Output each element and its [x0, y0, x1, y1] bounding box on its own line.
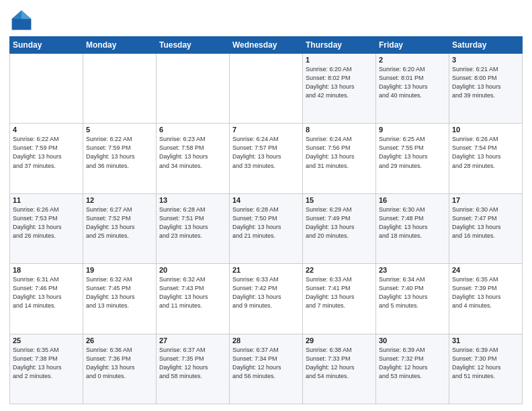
day-number: 27	[159, 336, 226, 345]
day-info: Sunrise: 6:22 AM Sunset: 7:59 PM Dayligh…	[86, 135, 153, 170]
day-number: 12	[86, 196, 153, 204]
day-info: Sunrise: 6:37 AM Sunset: 7:35 PM Dayligh…	[159, 346, 226, 381]
day-number: 23	[379, 266, 446, 274]
day-info: Sunrise: 6:27 AM Sunset: 7:52 PM Dayligh…	[86, 205, 153, 240]
day-info: Sunrise: 6:39 AM Sunset: 7:30 PM Dayligh…	[452, 346, 519, 381]
day-number: 18	[13, 266, 80, 274]
weekday-header: Saturday	[449, 37, 523, 54]
day-number: 20	[159, 266, 226, 274]
day-info: Sunrise: 6:33 AM Sunset: 7:41 PM Dayligh…	[306, 275, 373, 310]
day-number: 21	[232, 266, 300, 274]
calendar-week: 11Sunrise: 6:26 AM Sunset: 7:53 PM Dayli…	[10, 193, 523, 263]
calendar-cell: 3Sunrise: 6:21 AM Sunset: 8:00 PM Daylig…	[449, 54, 523, 124]
calendar-cell: 2Sunrise: 6:20 AM Sunset: 8:01 PM Daylig…	[376, 54, 449, 124]
svg-marker-2	[12, 11, 21, 19]
day-info: Sunrise: 6:32 AM Sunset: 7:43 PM Dayligh…	[159, 275, 226, 310]
weekday-header: Tuesday	[157, 37, 230, 54]
svg-marker-1	[21, 11, 31, 19]
calendar-cell: 30Sunrise: 6:39 AM Sunset: 7:32 PM Dayli…	[376, 334, 449, 404]
day-number: 26	[86, 336, 153, 345]
logo-icon	[9, 8, 34, 32]
day-info: Sunrise: 6:36 AM Sunset: 7:36 PM Dayligh…	[86, 346, 153, 381]
day-number: 5	[86, 126, 153, 134]
calendar-cell: 17Sunrise: 6:30 AM Sunset: 7:47 PM Dayli…	[449, 193, 523, 263]
calendar-cell: 26Sunrise: 6:36 AM Sunset: 7:36 PM Dayli…	[83, 334, 157, 404]
calendar-cell: 12Sunrise: 6:27 AM Sunset: 7:52 PM Dayli…	[83, 193, 157, 263]
day-number: 25	[13, 336, 80, 345]
day-number: 4	[13, 126, 80, 134]
calendar-cell	[83, 54, 157, 124]
calendar-week: 18Sunrise: 6:31 AM Sunset: 7:46 PM Dayli…	[10, 264, 523, 334]
day-info: Sunrise: 6:28 AM Sunset: 7:50 PM Dayligh…	[232, 205, 300, 240]
day-number: 8	[306, 126, 373, 134]
day-number: 13	[159, 196, 226, 204]
weekday-header: Thursday	[303, 37, 376, 54]
weekday-row: SundayMondayTuesdayWednesdayThursdayFrid…	[10, 37, 523, 54]
day-info: Sunrise: 6:26 AM Sunset: 7:53 PM Dayligh…	[13, 205, 80, 240]
calendar: SundayMondayTuesdayWednesdayThursdayFrid…	[9, 36, 523, 404]
day-info: Sunrise: 6:38 AM Sunset: 7:33 PM Dayligh…	[306, 346, 373, 381]
day-number: 16	[379, 196, 446, 204]
day-info: Sunrise: 6:29 AM Sunset: 7:49 PM Dayligh…	[306, 205, 373, 240]
calendar-cell: 13Sunrise: 6:28 AM Sunset: 7:51 PM Dayli…	[157, 193, 230, 263]
day-info: Sunrise: 6:34 AM Sunset: 7:40 PM Dayligh…	[379, 275, 446, 310]
weekday-header: Wednesday	[230, 37, 303, 54]
calendar-header: SundayMondayTuesdayWednesdayThursdayFrid…	[10, 37, 523, 54]
day-info: Sunrise: 6:24 AM Sunset: 7:57 PM Dayligh…	[232, 135, 300, 170]
calendar-cell: 14Sunrise: 6:28 AM Sunset: 7:50 PM Dayli…	[230, 193, 303, 263]
day-number: 17	[452, 196, 519, 204]
calendar-cell: 15Sunrise: 6:29 AM Sunset: 7:49 PM Dayli…	[303, 193, 376, 263]
calendar-cell: 1Sunrise: 6:20 AM Sunset: 8:02 PM Daylig…	[303, 54, 376, 124]
calendar-cell: 8Sunrise: 6:24 AM Sunset: 7:56 PM Daylig…	[303, 124, 376, 193]
calendar-cell: 7Sunrise: 6:24 AM Sunset: 7:57 PM Daylig…	[230, 124, 303, 193]
calendar-cell: 23Sunrise: 6:34 AM Sunset: 7:40 PM Dayli…	[376, 264, 449, 334]
day-info: Sunrise: 6:21 AM Sunset: 8:00 PM Dayligh…	[452, 65, 519, 100]
calendar-cell	[10, 54, 83, 124]
day-info: Sunrise: 6:32 AM Sunset: 7:45 PM Dayligh…	[86, 275, 153, 310]
day-number: 30	[379, 336, 446, 345]
day-info: Sunrise: 6:24 AM Sunset: 7:56 PM Dayligh…	[306, 135, 373, 170]
day-number: 2	[379, 56, 446, 64]
weekday-header: Sunday	[10, 37, 83, 54]
day-number: 14	[232, 196, 300, 204]
day-info: Sunrise: 6:23 AM Sunset: 7:58 PM Dayligh…	[159, 135, 226, 170]
day-info: Sunrise: 6:30 AM Sunset: 7:48 PM Dayligh…	[379, 205, 446, 240]
calendar-cell: 6Sunrise: 6:23 AM Sunset: 7:58 PM Daylig…	[157, 124, 230, 193]
calendar-cell: 10Sunrise: 6:26 AM Sunset: 7:54 PM Dayli…	[449, 124, 523, 193]
calendar-week: 1Sunrise: 6:20 AM Sunset: 8:02 PM Daylig…	[10, 54, 523, 124]
calendar-cell: 31Sunrise: 6:39 AM Sunset: 7:30 PM Dayli…	[449, 334, 523, 404]
day-number: 28	[232, 336, 300, 345]
day-number: 15	[306, 196, 373, 204]
calendar-cell: 18Sunrise: 6:31 AM Sunset: 7:46 PM Dayli…	[10, 264, 83, 334]
day-info: Sunrise: 6:37 AM Sunset: 7:34 PM Dayligh…	[232, 346, 300, 381]
weekday-header: Monday	[83, 37, 157, 54]
calendar-week: 4Sunrise: 6:22 AM Sunset: 7:59 PM Daylig…	[10, 124, 523, 193]
calendar-cell: 27Sunrise: 6:37 AM Sunset: 7:35 PM Dayli…	[157, 334, 230, 404]
day-number: 9	[379, 126, 446, 134]
calendar-cell: 9Sunrise: 6:25 AM Sunset: 7:55 PM Daylig…	[376, 124, 449, 193]
page: SundayMondayTuesdayWednesdayThursdayFrid…	[0, 0, 532, 411]
calendar-week: 25Sunrise: 6:35 AM Sunset: 7:38 PM Dayli…	[10, 334, 523, 404]
calendar-cell: 4Sunrise: 6:22 AM Sunset: 7:59 PM Daylig…	[10, 124, 83, 193]
day-info: Sunrise: 6:26 AM Sunset: 7:54 PM Dayligh…	[452, 135, 519, 170]
day-info: Sunrise: 6:20 AM Sunset: 8:02 PM Dayligh…	[306, 65, 373, 100]
day-number: 24	[452, 266, 519, 274]
calendar-cell: 28Sunrise: 6:37 AM Sunset: 7:34 PM Dayli…	[230, 334, 303, 404]
day-number: 11	[13, 196, 80, 204]
day-number: 19	[86, 266, 153, 274]
day-number: 1	[306, 56, 373, 64]
day-info: Sunrise: 6:30 AM Sunset: 7:47 PM Dayligh…	[452, 205, 519, 240]
day-number: 22	[306, 266, 373, 274]
day-number: 3	[452, 56, 519, 64]
day-info: Sunrise: 6:33 AM Sunset: 7:42 PM Dayligh…	[232, 275, 300, 310]
calendar-cell: 24Sunrise: 6:35 AM Sunset: 7:39 PM Dayli…	[449, 264, 523, 334]
day-info: Sunrise: 6:25 AM Sunset: 7:55 PM Dayligh…	[379, 135, 446, 170]
day-info: Sunrise: 6:22 AM Sunset: 7:59 PM Dayligh…	[13, 135, 80, 170]
calendar-cell: 22Sunrise: 6:33 AM Sunset: 7:41 PM Dayli…	[303, 264, 376, 334]
calendar-cell: 5Sunrise: 6:22 AM Sunset: 7:59 PM Daylig…	[83, 124, 157, 193]
calendar-cell: 20Sunrise: 6:32 AM Sunset: 7:43 PM Dayli…	[157, 264, 230, 334]
calendar-cell: 25Sunrise: 6:35 AM Sunset: 7:38 PM Dayli…	[10, 334, 83, 404]
calendar-cell: 16Sunrise: 6:30 AM Sunset: 7:48 PM Dayli…	[376, 193, 449, 263]
day-number: 31	[452, 336, 519, 345]
weekday-header: Friday	[376, 37, 449, 54]
